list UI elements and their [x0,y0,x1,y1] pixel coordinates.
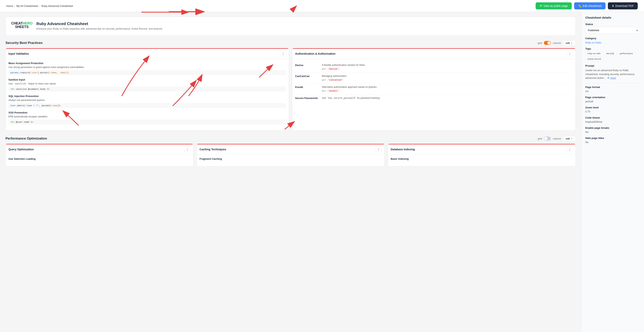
grid-label: grid [538,41,542,44]
pundit-name: Pundit [295,86,319,93]
perf-dots-icon: ⋮ [570,137,573,140]
eye-prompt-icon: 👁 [607,77,610,79]
db-indexing-card: Database Indexing ⋮ Basic Indexing [388,144,576,166]
devise-name: Devise [295,64,319,71]
cancancan-name: CanCanCan [295,75,319,82]
sanitize-code: <%= sanitize @comment.body %> [8,87,286,92]
mass-assignment-item: Mass Assignment Protection Use strong pa… [8,62,286,75]
pundit-desc: Alternative authorization approach based… [322,86,377,88]
query-optimization-card: Query Optimization ⋮ Use Selective Loadi… [6,144,194,166]
sanitize-desc: Use `sanitize` helper to clean user inpu… [8,82,286,85]
breadcrumb-sep-2: › [39,4,40,7]
breadcrumb: Home › My All Cheatsheets › Ruby Advance… [6,4,73,7]
tag-performance[interactable]: performance [618,51,635,56]
status-row: Status Published Draft Archived [585,23,640,34]
view-toggle-security[interactable] [544,41,551,45]
download-icon: ⬇ [612,4,614,7]
view-public-button[interactable]: 👁 View as public page [536,2,572,9]
eye-icon: 👁 [540,4,542,7]
column-label: column [553,41,561,44]
performance-edit-button[interactable]: edit ⋮ [563,136,576,141]
auth-body: Devise A flexible authentication solutio… [292,59,576,104]
perf-grid-label: grid [538,137,542,140]
cancancan-desc-wrap: Managing authorization: gem 'cancancan' [322,75,347,82]
logo-sheets: SHEETS [15,25,29,29]
breadcrumb-home[interactable]: Home [6,4,13,7]
pundit-item: Pundit Alternative authorization approac… [295,84,573,95]
download-pdf-button[interactable]: ⬇ Download PDF [608,2,638,9]
input-validation-title: Input Validation [8,52,29,55]
page-breaks-value: No [585,131,640,134]
logo-cheat: CHEAT [11,21,22,25]
top-actions: 👁 View as public page ✏️ Edit cheatsheet… [536,2,638,9]
status-select-wrap: Published Draft Archived [585,27,640,34]
page-format-value: A4 [585,90,640,93]
hide-titles-value: No [585,141,640,144]
fragment-caching-title: Fragment Caching [200,157,382,160]
prompt-more-link[interactable]: more [610,76,616,79]
main-layout: CHEAT HERO SHEETS Ruby Advanced Cheatshe… [0,12,644,332]
zoom-level-row: Zoom level 0.75 [585,106,640,113]
content-area: CHEAT HERO SHEETS Ruby Advanced Cheatshe… [0,12,581,332]
logo-hero: HERO [22,21,32,25]
sql-injection-code: User.where('name = ?', params[:name]) [8,103,286,108]
tag-security[interactable]: security [604,51,616,56]
sql-injection-desc: Always use parameterized queries: [8,98,286,102]
query-opt-header: Query Optimization ⋮ [6,145,193,155]
selective-loading-title: Use Selective Loading [8,157,190,160]
caching-header: Caching Techniques ⋮ [197,145,384,155]
fragment-caching-item: Fragment Caching [200,157,382,160]
tags-label: Tags [585,47,640,50]
basic-indexing-title: Basic Indexing [391,157,573,160]
performance-section: Performance Optimization grid column edi… [6,136,576,166]
tag-ruby-on-rails[interactable]: ruby-on-rails [585,51,603,56]
selective-loading-item: Use Selective Loading [8,157,190,160]
category-link[interactable]: Ruby on Rails [585,41,601,44]
category-row: Category Ruby on Rails [585,37,640,44]
db-indexing-menu-button[interactable]: ⋮ [567,147,573,152]
caching-title: Caching Techniques [200,148,226,151]
caching-techniques-card: Caching Techniques ⋮ Fragment Caching [196,144,384,166]
mass-assignment-desc: Use strong parameters to guard against m… [8,65,286,69]
pencil-icon: ✏️ [578,4,581,7]
zoom-level-label: Zoom level [585,106,640,109]
sidebar-title: Cheatsheet details [585,16,640,19]
query-opt-title: Query Optimization [8,148,34,151]
prompt-row: Prompt create me an advanced Ruby on Rai… [585,64,640,80]
auth-menu-button[interactable]: ⋮ [567,51,573,56]
security-section-header: Security Best Practices grid column edit… [6,40,576,46]
performance-cards-grid: Query Optimization ⋮ Use Selective Loadi… [6,144,576,166]
input-validation-menu-button[interactable]: ⋮ [280,51,286,56]
performance-controls: grid column edit ⋮ [538,136,576,141]
security-cards-grid: Input Validation ⋮ Mass Assignment Prote… [6,48,576,131]
status-select[interactable]: Published Draft Archived [585,27,640,34]
db-indexing-header: Database Indexing ⋮ [388,145,576,155]
category-label: Category [585,37,640,40]
sql-injection-title: SQL Injection Prevention [8,95,286,98]
pundit-desc-wrap: Alternative authorization approach based… [322,86,377,93]
dots-icon: ⋮ [570,41,573,44]
xss-desc: ERB automatically escapes variables: [8,115,286,118]
tags-row: Tags ruby-on-rails security performance … [585,47,640,61]
cheatsheet-header-card: CHEAT HERO SHEETS Ruby Advanced Cheatshe… [6,17,576,36]
caching-body: Fragment Caching [197,155,384,166]
tags-wrap: ruby-on-rails security performance activ… [585,51,640,61]
code-theme-value: InspiredGitHub [585,120,640,123]
logo: CHEAT HERO SHEETS [11,21,32,29]
view-toggle-performance[interactable] [544,137,551,141]
code-theme-row: Code theme InspiredGitHub [585,116,640,123]
sanitize-title: Sanitize Input [8,78,286,81]
tag-active-record[interactable]: active-record [585,57,603,61]
breadcrumb-my-cheatsheets[interactable]: My All Cheatsheets [16,4,38,7]
view-public-label: View as public page [544,4,568,7]
secure-passwords-desc: Use `has_secure_password` for password h… [322,97,573,100]
security-edit-button[interactable]: edit ⋮ [563,40,576,46]
download-label: Download PDF [615,4,634,7]
query-opt-menu-button[interactable]: ⋮ [184,147,190,152]
security-section: Security Best Practices grid column edit… [6,40,576,131]
basic-indexing-item: Basic Indexing [391,157,573,160]
cheatsheet-title-block: Ruby Advanced Cheatsheet Enhance your Ru… [36,21,163,31]
edit-cheatsheet-button[interactable]: ✏️ Edit cheatsheet [574,2,606,9]
caching-menu-button[interactable]: ⋮ [376,147,382,152]
auth-card: Authentication & Authorization ⋮ Devise … [292,48,576,131]
